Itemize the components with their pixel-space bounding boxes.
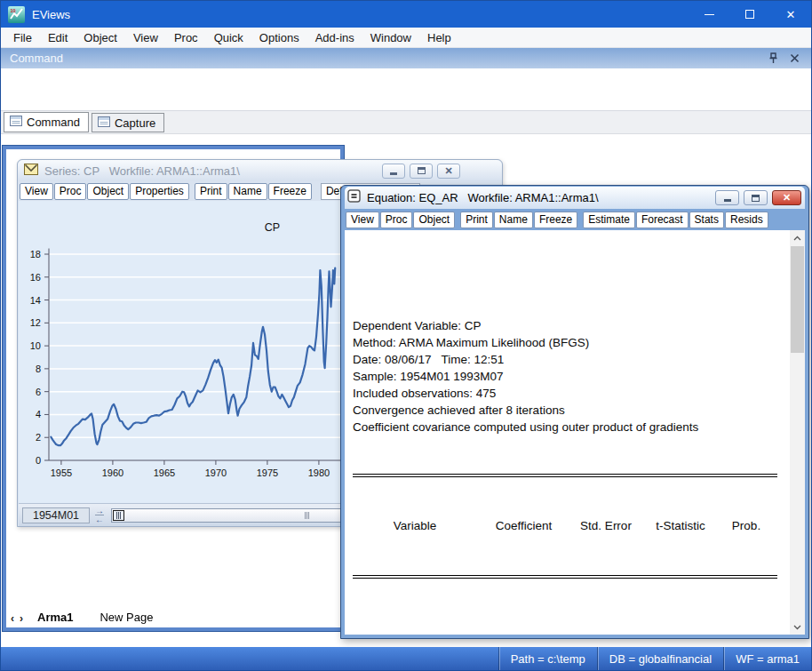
svg-text:1970: 1970 [205,467,227,478]
vertical-scrollbar[interactable] [790,230,805,635]
equation-toolbar-button[interactable]: Object [413,212,455,228]
svg-text:14: 14 [30,295,41,306]
menu-item[interactable]: Proc [166,28,206,47]
menu-bar: FileEditObjectViewProcQuickOptionsAdd-in… [1,28,811,48]
series-toolbar-button[interactable]: Properties [130,183,189,200]
svg-text:0: 0 [36,455,41,466]
restore-icon [418,167,426,174]
pin-icon[interactable] [765,51,781,67]
command-input-area [1,68,811,111]
command-panel-header: Command [1,48,811,68]
close-icon: ✕ [783,193,791,203]
equation-close-button[interactable]: ✕ [772,190,801,205]
output-header-line: Coefficient covariance computed using ou… [353,419,790,435]
series-window-title: Series: CP Workfile: ARMA1::Arma1\ [44,164,240,178]
output-header-line: Sample: 1954M01 1993M07 [353,368,790,385]
series-toolbar-button[interactable]: Name [228,183,267,200]
menu-item[interactable]: Quick [206,28,251,47]
equation-toolbar-button[interactable]: Proc [380,212,413,228]
menu-item[interactable]: Object [76,28,125,47]
series-close-button[interactable]: ✕ [437,164,460,179]
app-maximize-button[interactable] [729,1,770,28]
menu-item[interactable]: Options [251,28,307,47]
equation-minimize-button[interactable] [715,190,739,205]
table-separator [353,474,777,477]
app-close-button[interactable]: ✕ [770,1,811,28]
equation-window-title: Equation: EQ_AR Workfile: ARMA1::Arma1\ [367,191,599,204]
menu-item[interactable]: Window [362,28,419,47]
tab-command[interactable]: Command [4,112,89,132]
scroll-up-icon[interactable] [790,230,805,245]
slider-center-mark [305,512,309,519]
status-bar: Path = c:\temp DB = globalfinancial WF =… [1,645,811,670]
command-input[interactable] [1,68,811,110]
equation-window-titlebar: Equation: EQ_AR Workfile: ARMA1::Arma1\ … [345,187,805,209]
series-toolbar-button[interactable]: Object [87,183,129,200]
maximize-icon [745,10,754,19]
sample-slider-handle[interactable] [113,510,124,521]
app-minimize-button[interactable] [689,1,729,28]
command-panel-close-icon[interactable] [786,51,802,67]
document-icon [10,116,22,129]
page-tab-new-page[interactable]: New Page [84,608,168,627]
svg-text:6: 6 [36,387,41,397]
table-separator [353,575,777,579]
equation-toolbar-button[interactable]: Resids [725,212,768,228]
sample-start-label: 1954M01 [22,507,90,523]
menu-item[interactable]: File [5,28,40,47]
app-title: EViews [32,8,70,21]
output-header-line: Dependent Variable: CP [353,317,790,334]
svg-text:10: 10 [11,7,16,12]
svg-text:10: 10 [30,340,41,351]
page-scroll-left-button[interactable]: ‹ [8,612,17,627]
svg-text:4: 4 [36,409,41,419]
series-restore-button[interactable] [410,164,433,179]
status-path: Path = c:\temp [498,647,597,670]
svg-text:1965: 1965 [154,467,175,478]
menu-item[interactable]: Edit [40,28,76,47]
svg-text:1980: 1980 [308,467,330,478]
svg-text:8: 8 [36,363,41,374]
equation-toolbar-button[interactable]: Name [494,212,533,228]
series-toolbar-button[interactable]: Proc [54,183,87,200]
series-toolbar-button[interactable]: Freeze [268,183,312,200]
eviews-application-window: 10 EViews ✕ FileEditObjectViewProcQuickO… [0,0,812,671]
series-object-icon [24,163,38,179]
minimize-icon [390,172,397,175]
close-icon: ✕ [786,9,796,20]
tab-capture-label: Capture [115,116,155,130]
output-header-line: Included observations: 475 [353,385,790,402]
equation-toolbar-button[interactable]: Freeze [534,212,577,228]
menu-item[interactable]: View [125,28,166,47]
series-window-titlebar: Series: CP Workfile: ARMA1::Arma1\ ✕ [18,160,502,181]
document-icon [98,116,110,130]
status-wf: WF = arma1 [723,647,811,670]
equation-object-icon [347,189,361,206]
sample-shift-buttons[interactable]: →← [90,506,109,524]
menu-item[interactable]: Add-ins [307,28,362,47]
equation-window: Equation: EQ_AR Workfile: ARMA1::Arma1\ … [340,185,809,639]
page-tab-arma1[interactable]: Arma1 [22,608,88,627]
equation-toolbar-button[interactable]: Estimate [583,212,635,228]
equation-toolbar-button[interactable]: Forecast [636,212,689,228]
output-header-line: Convergence achieved after 8 iterations [353,402,790,419]
minimize-icon [724,199,731,202]
status-db: DB = globalfinancial [597,647,723,670]
tab-command-label: Command [27,116,80,129]
output-header-line: Date: 08/06/17 Time: 12:51 [353,351,790,368]
output-header-line: Method: ARMA Maximum Likelihood (BFGS) [353,334,790,351]
series-toolbar-button[interactable]: Print [195,183,227,200]
equation-toolbar-button[interactable]: Print [460,212,493,228]
tab-capture[interactable]: Capture [92,113,164,132]
series-toolbar-button[interactable]: View [20,183,53,200]
equation-toolbar-button[interactable]: Stats [689,212,724,228]
menu-item[interactable]: Help [419,28,459,47]
equation-output: Dependent Variable: CPMethod: ARMA Maxim… [345,230,790,635]
minimize-icon [705,14,714,15]
equation-toolbar-button[interactable]: View [346,212,379,228]
scroll-down-icon[interactable] [790,619,805,635]
scrollbar-thumb[interactable] [791,246,804,353]
series-minimize-button[interactable] [382,164,405,179]
svg-text:1955: 1955 [51,467,72,478]
equation-restore-button[interactable] [744,190,768,205]
